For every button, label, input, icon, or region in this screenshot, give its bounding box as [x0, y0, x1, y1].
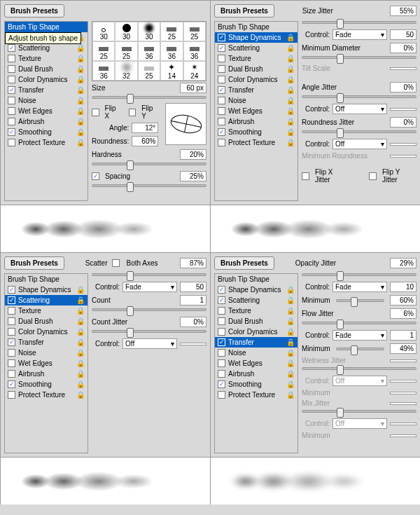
- countjitter-value[interactable]: 0%: [180, 317, 206, 327]
- sidebar-wet-edges[interactable]: Wet Edges🔒: [5, 358, 88, 369]
- minimum-value[interactable]: 60%: [390, 295, 416, 305]
- flipxjitter-checkbox[interactable]: [302, 172, 309, 180]
- mindiam-value[interactable]: 0%: [390, 43, 416, 53]
- sidebar-scattering[interactable]: Scattering🔒: [215, 43, 298, 53]
- sidebar-texture[interactable]: Texture🔒: [5, 53, 88, 64]
- sidebar-color-dynamics[interactable]: Color Dynamics🔒: [5, 327, 88, 337]
- sidebar-noise[interactable]: Noise🔒: [5, 95, 88, 106]
- sidebar-protect-texture[interactable]: Protect Texture🔒: [5, 137, 88, 148]
- sidebar-dual-brush[interactable]: Dual Brush🔒: [5, 316, 88, 327]
- flipx-checkbox[interactable]: [92, 109, 99, 116]
- sidebar-color-dynamics[interactable]: Color Dynamics🔒: [215, 74, 298, 85]
- roundjitter-value[interactable]: 0%: [390, 117, 416, 128]
- brush-presets-button[interactable]: Brush Presets: [4, 256, 64, 270]
- count-slider[interactable]: [92, 308, 206, 311]
- hardness-value[interactable]: 20%: [180, 149, 206, 160]
- spacing-value[interactable]: 25%: [180, 171, 206, 181]
- lock-icon[interactable]: 🔒: [76, 128, 85, 136]
- sidebar-shape-dynamics[interactable]: Shape Dynamics🔒: [215, 32, 298, 43]
- flowjitter-value[interactable]: 6%: [390, 308, 416, 319]
- minimum2-value[interactable]: 49%: [390, 343, 416, 354]
- brush-thumb[interactable]: 25: [160, 22, 183, 41]
- control2-value[interactable]: 1: [390, 330, 416, 341]
- opjitter-value[interactable]: 29%: [390, 258, 416, 268]
- sidebar-brush-tip-shape[interactable]: Brush Tip Shape: [215, 274, 298, 284]
- lock-icon[interactable]: 🔒: [76, 139, 85, 146]
- anglejitter-value[interactable]: 0%: [390, 82, 416, 92]
- angle-widget[interactable]: [165, 103, 206, 145]
- sidebar-smoothing[interactable]: Smoothing🔒: [5, 127, 88, 137]
- roundjitter-slider[interactable]: [302, 130, 416, 133]
- control3-dropdown[interactable]: Off: [332, 139, 387, 149]
- brush-thumb[interactable]: 36: [92, 61, 115, 81]
- sidebar-noise[interactable]: Noise🔒: [5, 348, 88, 358]
- checkbox-icon[interactable]: [8, 128, 15, 136]
- flipyjitter-checkbox[interactable]: [369, 172, 377, 180]
- bothaxes-checkbox[interactable]: [112, 259, 120, 267]
- sidebar-transfer[interactable]: Transfer🔒: [5, 85, 88, 95]
- brush-thumb[interactable]: ✴24: [183, 61, 206, 81]
- spacing-checkbox[interactable]: [92, 172, 99, 180]
- scatter-slider[interactable]: [92, 273, 206, 276]
- sidebar-smoothing[interactable]: Smoothing🔒: [215, 379, 298, 390]
- minimum-slider[interactable]: [336, 299, 384, 302]
- sidebar-airbrush[interactable]: Airbrush🔒: [5, 116, 88, 127]
- sidebar-scattering[interactable]: Scattering🔒: [5, 295, 88, 305]
- brush-presets-button[interactable]: Brush Presets: [214, 256, 274, 270]
- sidebar-shape-dynamics[interactable]: Shape Dynamics🔒: [5, 284, 88, 295]
- sidebar-protect-texture[interactable]: Protect Texture🔒: [5, 390, 88, 400]
- control2-dropdown[interactable]: Off: [332, 104, 387, 114]
- sidebar-noise[interactable]: Noise🔒: [215, 95, 298, 106]
- brush-thumb[interactable]: 25: [183, 22, 206, 41]
- minimum2-slider[interactable]: [336, 348, 384, 350]
- checkbox-icon[interactable]: [8, 86, 15, 94]
- control-dropdown[interactable]: Fade: [332, 29, 387, 40]
- sidebar-wet-edges[interactable]: Wet Edges🔒: [5, 106, 88, 116]
- control-dropdown[interactable]: Fade: [332, 282, 387, 292]
- sidebar-noise[interactable]: Noise🔒: [215, 348, 298, 358]
- lock-icon[interactable]: 🔒: [76, 76, 85, 83]
- brush-thumb[interactable]: 32: [115, 61, 137, 81]
- sidebar-shape-dynamics[interactable]: Shape Dynamics🔒: [215, 284, 298, 295]
- sidebar-wet-edges[interactable]: Wet Edges🔒: [215, 106, 298, 116]
- checkbox-icon[interactable]: [8, 44, 15, 52]
- checkbox-icon[interactable]: [8, 97, 15, 104]
- countjitter-slider[interactable]: [92, 330, 206, 333]
- sidebar-airbrush[interactable]: Airbrush🔒: [215, 369, 298, 379]
- sidebar-transfer[interactable]: Transfer🔒: [215, 337, 298, 348]
- sidebar-protect-texture[interactable]: Protect Texture🔒: [215, 390, 298, 400]
- lock-icon[interactable]: 🔒: [76, 55, 85, 62]
- roundness-value[interactable]: 60%: [132, 136, 158, 146]
- sidebar-dual-brush[interactable]: Dual Brush🔒: [215, 64, 298, 74]
- angle-value[interactable]: 12°: [132, 123, 158, 133]
- sidebar-brush-tip-shape[interactable]: Brush Tip Shape Adjust brush tip shape: [5, 22, 88, 32]
- brush-thumb[interactable]: ✦14: [160, 61, 183, 81]
- spacing-slider[interactable]: [92, 184, 206, 187]
- sidebar-color-dynamics[interactable]: Color Dynamics🔒: [5, 74, 88, 85]
- hardness-slider[interactable]: [92, 163, 206, 165]
- sidebar-texture[interactable]: Texture🔒: [215, 305, 298, 316]
- control-dropdown[interactable]: Fade: [122, 282, 177, 292]
- checkbox-icon[interactable]: [8, 107, 15, 115]
- brush-thumb[interactable]: 30: [115, 22, 137, 41]
- brush-thumb[interactable]: 30: [138, 22, 160, 41]
- anglejitter-slider[interactable]: [302, 95, 416, 98]
- control-value[interactable]: 10: [390, 282, 416, 292]
- lock-icon[interactable]: 🔒: [76, 65, 85, 73]
- lock-icon[interactable]: 🔒: [76, 86, 85, 94]
- lock-icon[interactable]: 🔒: [76, 107, 85, 115]
- sidebar-dual-brush[interactable]: Dual Brush🔒: [5, 64, 88, 74]
- lock-icon[interactable]: 🔒: [76, 97, 85, 104]
- brush-presets-button[interactable]: Brush Presets: [214, 4, 274, 18]
- lock-icon[interactable]: 🔒: [76, 118, 85, 125]
- sidebar-airbrush[interactable]: Airbrush🔒: [215, 116, 298, 127]
- sidebar-wet-edges[interactable]: Wet Edges🔒: [215, 358, 298, 369]
- sidebar-color-dynamics[interactable]: Color Dynamics🔒: [215, 327, 298, 337]
- sidebar-brush-tip-shape[interactable]: Brush Tip Shape: [5, 274, 88, 284]
- brush-thumb[interactable]: 36: [138, 41, 160, 61]
- checkbox-icon[interactable]: [8, 55, 15, 62]
- brush-thumb[interactable]: 36: [183, 41, 206, 61]
- sidebar-smoothing[interactable]: Smoothing🔒: [215, 127, 298, 137]
- scatter-value[interactable]: 87%: [180, 258, 206, 268]
- checkbox-icon[interactable]: [8, 76, 15, 83]
